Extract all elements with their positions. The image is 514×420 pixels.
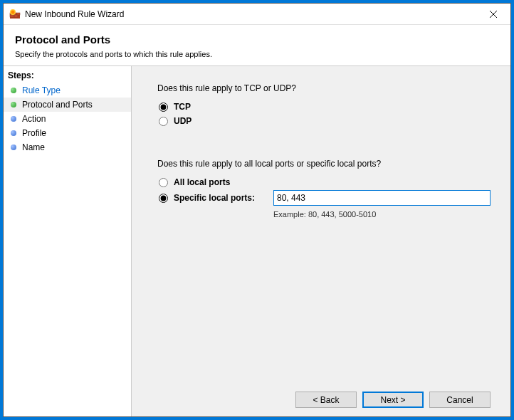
step-action[interactable]: Action [4, 112, 131, 126]
step-label: Protocol and Ports [22, 100, 93, 110]
label-udp: UDP [174, 116, 192, 126]
radio-udp[interactable] [159, 117, 168, 126]
ports-example: Example: 80, 443, 5000-5010 [273, 210, 491, 219]
button-bar: < Back Next > Cancel [157, 384, 491, 408]
label-specific-ports: Specific local ports: [174, 193, 255, 203]
step-bullet-icon [11, 130, 16, 136]
content-panel: Does this rule apply to TCP or UDP? TCP … [132, 66, 510, 416]
body: Steps: Rule TypeProtocol and PortsAction… [4, 65, 510, 416]
step-bullet-icon [11, 88, 16, 93]
radio-row-all-ports[interactable]: All local ports [159, 177, 491, 187]
radio-specific-ports[interactable] [159, 194, 168, 203]
close-icon [490, 11, 497, 18]
close-button[interactable] [478, 4, 509, 24]
wizard-window: New Inbound Rule Wizard Protocol and Por… [3, 3, 511, 417]
steps-sidebar: Steps: Rule TypeProtocol and PortsAction… [4, 66, 132, 416]
titlebar: New Inbound Rule Wizard [4, 4, 510, 25]
step-protocol-and-ports[interactable]: Protocol and Ports [4, 98, 131, 112]
step-bullet-icon [11, 102, 16, 107]
radio-row-specific-ports[interactable]: Specific local ports: [159, 190, 491, 206]
step-bullet-icon [11, 145, 16, 150]
svg-rect-3 [16, 13, 20, 15]
radio-tcp[interactable] [159, 103, 168, 112]
steps-label: Steps: [4, 69, 131, 83]
question-protocol: Does this rule apply to TCP or UDP? [157, 83, 491, 93]
label-tcp: TCP [174, 102, 191, 112]
step-label: Profile [22, 128, 46, 138]
radio-all-ports[interactable] [159, 178, 168, 187]
step-bullet-icon [11, 116, 16, 122]
window-title: New Inbound Rule Wizard [25, 9, 478, 19]
step-profile[interactable]: Profile [4, 126, 131, 140]
svg-rect-4 [10, 15, 14, 17]
firewall-icon [9, 9, 21, 20]
input-specific-ports[interactable] [273, 190, 491, 206]
step-rule-type[interactable]: Rule Type [4, 83, 131, 98]
back-button[interactable]: < Back [295, 392, 357, 408]
page-subtitle: Specify the protocols and ports to which… [15, 50, 499, 58]
step-name[interactable]: Name [4, 140, 131, 154]
svg-point-7 [11, 10, 15, 14]
header: Protocol and Ports Specify the protocols… [4, 25, 510, 65]
question-ports: Does this rule apply to all local ports … [157, 159, 491, 169]
svg-rect-5 [14, 15, 18, 17]
step-label: Rule Type [22, 85, 61, 95]
radio-row-tcp[interactable]: TCP [159, 102, 491, 112]
label-all-ports: All local ports [174, 177, 230, 187]
cancel-button[interactable]: Cancel [429, 392, 491, 408]
step-label: Name [22, 142, 45, 152]
radio-row-udp[interactable]: UDP [159, 116, 491, 126]
page-title: Protocol and Ports [15, 33, 499, 46]
next-button[interactable]: Next > [362, 392, 424, 408]
step-label: Action [22, 114, 46, 124]
